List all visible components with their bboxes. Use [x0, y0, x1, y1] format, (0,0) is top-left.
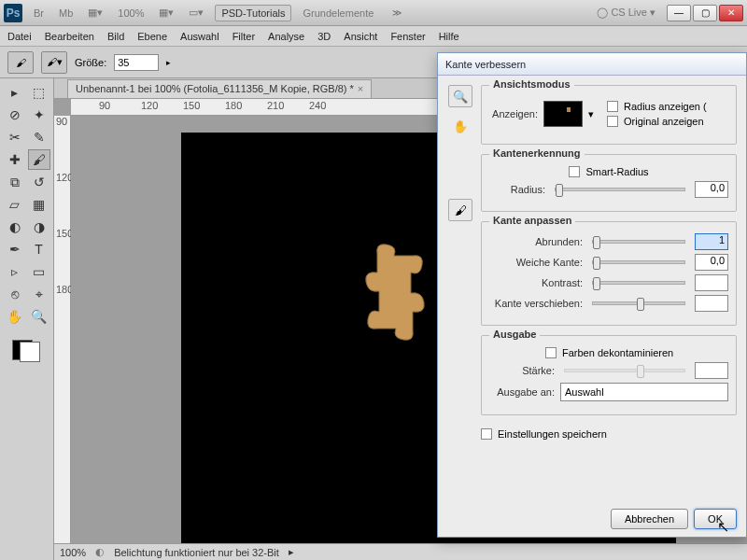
menu-3d[interactable]: 3D	[317, 31, 331, 42]
contrast-value[interactable]	[695, 274, 728, 291]
output-group: Ausgabe Farben dekontaminieren Stärke: A…	[481, 335, 737, 415]
stamp-tool[interactable]: ⧉	[4, 172, 26, 192]
ok-button[interactable]: OK	[694, 509, 737, 529]
contrast-slider[interactable]	[592, 281, 685, 285]
dodge-tool[interactable]: ◑	[28, 217, 50, 237]
more-icon[interactable]: ≫	[388, 6, 405, 20]
document-tab[interactable]: Unbenannt-1 bei 100% (Fotolia_6111356_M …	[67, 79, 372, 98]
remember-settings-checkbox[interactable]	[481, 428, 492, 440]
menu-ebene[interactable]: Ebene	[137, 31, 167, 42]
refine-edge-dialog: Kante verbessern 🔍 ✋ 🖌 Ansichtsmodus Anz…	[437, 52, 747, 538]
ruler-vertical: 90 120 150 180	[54, 116, 71, 543]
toolbox: ▸⬚ ⊘✦ ✂✎ ✚🖌 ⧉↺ ▱▦ ◐◑ ✒T ▹▭ ⎋⌖ ✋🔍	[0, 78, 54, 560]
dialog-brush-tool[interactable]: 🖌	[448, 199, 472, 221]
tab-close-icon[interactable]: ×	[358, 83, 363, 94]
menu-datei[interactable]: Datei	[7, 31, 32, 42]
strength-slider	[564, 369, 685, 372]
brush-tool[interactable]: 🖌	[28, 149, 50, 170]
smooth-slider[interactable]	[592, 240, 685, 244]
output-select[interactable]: Auswahl	[560, 383, 728, 401]
menu-analyse[interactable]: Analyse	[268, 31, 304, 42]
maximize-button[interactable]: ▢	[693, 5, 717, 21]
history-tool[interactable]: ↺	[28, 172, 50, 192]
background-color[interactable]	[20, 342, 40, 362]
titlebar-workspace-1[interactable]: PSD-Tutorials	[215, 5, 291, 21]
color-swatches[interactable]	[12, 334, 42, 364]
crop-tool[interactable]: ✂	[4, 127, 26, 147]
titlebar-zoom[interactable]: 100%	[114, 6, 148, 21]
menu-ansicht[interactable]: Ansicht	[344, 31, 377, 42]
eraser-tool[interactable]: ▱	[4, 194, 26, 215]
view-mode-group: Ansichtsmodus Anzeigen: ▾ Radius anzeige…	[481, 85, 737, 145]
titlebar-workspace-2[interactable]: Grundelemente	[299, 6, 377, 21]
feather-value[interactable]: 0,0	[695, 254, 728, 271]
status-arrow-icon[interactable]: ▸	[289, 546, 294, 558]
menu-auswahl[interactable]: Auswahl	[180, 31, 219, 42]
size-stepper-icon[interactable]: ▸	[166, 58, 171, 67]
path-tool[interactable]: ▹	[4, 261, 26, 282]
shift-slider[interactable]	[592, 301, 685, 305]
status-message: Belichtung funktioniert nur bei 32-Bit	[114, 547, 279, 558]
eyedropper-tool[interactable]: ✎	[28, 127, 50, 147]
show-original-checkbox[interactable]	[607, 116, 618, 127]
gradient-tool[interactable]: ▦	[28, 194, 50, 215]
edge-detection-group: Kantenerkennung Smart-Radius Radius:0,0	[481, 154, 737, 212]
size-label: Größe:	[75, 57, 106, 68]
show-radius-checkbox[interactable]	[607, 101, 618, 112]
wand-tool[interactable]: ✦	[28, 105, 50, 125]
app-titlebar: Ps Br Mb ▦▾ 100% ▦▾ ▭▾ PSD-Tutorials Gru…	[0, 0, 747, 26]
radius-slider[interactable]	[555, 188, 685, 191]
minimize-button[interactable]: —	[667, 5, 691, 21]
lasso-tool[interactable]: ⊘	[4, 105, 26, 125]
type-tool[interactable]: T	[28, 239, 50, 259]
blur-tool[interactable]: ◐	[4, 217, 26, 237]
smooth-value[interactable]: 1	[695, 233, 728, 250]
dropdown-arrow-icon[interactable]: ▾	[588, 108, 594, 120]
pen-tool[interactable]: ✒	[4, 239, 26, 259]
titlebar-extras-icon[interactable]: ▭▾	[185, 5, 207, 21]
menu-fenster[interactable]: Fenster	[390, 31, 425, 42]
brush-preset-icon[interactable]: 🖌▾	[41, 51, 67, 74]
camera-tool[interactable]: ⌖	[28, 284, 50, 304]
marquee-tool[interactable]: ⬚	[28, 82, 50, 103]
menu-filter[interactable]: Filter	[233, 31, 255, 42]
feather-slider[interactable]	[592, 260, 685, 264]
smart-radius-checkbox[interactable]	[569, 166, 580, 177]
brush-size-input[interactable]	[114, 54, 159, 71]
adjust-edge-group: Kante anpassen Abrunden:1 Weiche Kante:0…	[481, 221, 737, 326]
dialog-titlebar[interactable]: Kante verbessern	[438, 53, 746, 76]
menu-bild[interactable]: Bild	[107, 31, 124, 42]
titlebar-mb[interactable]: Mb	[55, 6, 77, 21]
close-button[interactable]: ✕	[719, 5, 743, 21]
move-tool[interactable]: ▸	[4, 82, 26, 103]
zoom-tool[interactable]: 🔍	[28, 306, 50, 327]
cancel-button[interactable]: Abbrechen	[611, 509, 688, 529]
shape-tool[interactable]: ▭	[28, 261, 50, 282]
view-preview-dropdown[interactable]	[543, 101, 583, 127]
status-zoom[interactable]: 100%	[60, 547, 86, 558]
3d-tool[interactable]: ⎋	[4, 284, 26, 304]
cslive-dropdown[interactable]: ◯ CS Live ▾	[593, 5, 659, 21]
dialog-hand-tool[interactable]: ✋	[448, 115, 472, 137]
app-logo-icon: Ps	[4, 4, 22, 22]
menu-bearbeiten[interactable]: Bearbeiten	[45, 31, 94, 42]
puzzle-shape	[359, 235, 443, 347]
current-tool-icon[interactable]: 🖌	[7, 51, 34, 74]
status-bar: 100% ◐ Belichtung funktioniert nur bei 3…	[54, 543, 747, 560]
strength-value	[695, 362, 728, 379]
titlebar-br[interactable]: Br	[30, 6, 48, 21]
dialog-zoom-tool[interactable]: 🔍	[448, 85, 472, 107]
titlebar-arrange-icon[interactable]: ▦▾	[84, 5, 106, 21]
menu-hilfe[interactable]: Hilfe	[439, 31, 459, 42]
heal-tool[interactable]: ✚	[4, 149, 26, 170]
titlebar-screen-icon[interactable]: ▦▾	[155, 5, 177, 21]
menu-bar: Datei Bearbeiten Bild Ebene Auswahl Filt…	[0, 26, 747, 47]
decontaminate-checkbox[interactable]	[545, 347, 557, 358]
radius-value[interactable]: 0,0	[695, 181, 728, 198]
shift-value[interactable]	[695, 295, 728, 312]
hand-tool[interactable]: ✋	[4, 306, 26, 327]
